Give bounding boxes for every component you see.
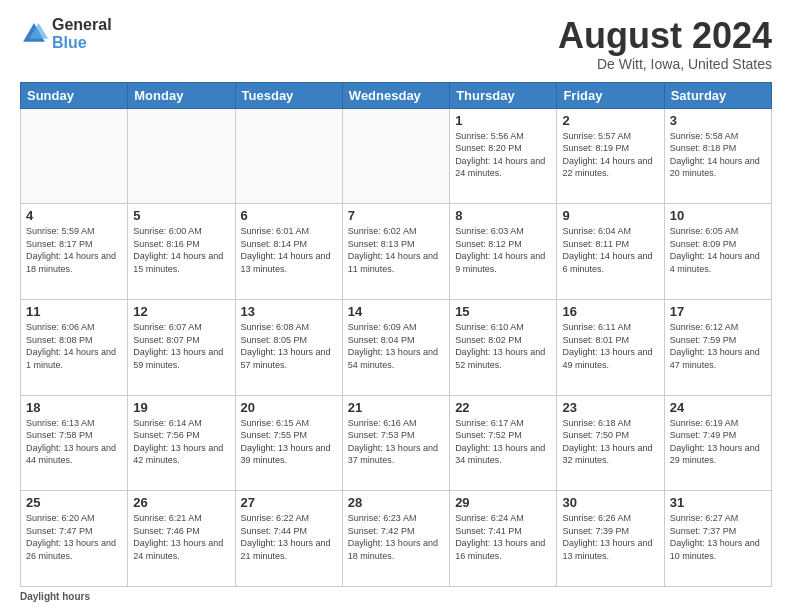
calendar-cell: 14Sunrise: 6:09 AMSunset: 8:04 PMDayligh… (342, 299, 449, 395)
calendar-week-row: 11Sunrise: 6:06 AMSunset: 8:08 PMDayligh… (21, 299, 772, 395)
weekday-header-monday: Monday (128, 82, 235, 108)
day-info: Sunrise: 6:07 AMSunset: 8:07 PMDaylight:… (133, 321, 229, 371)
logo-text: General Blue (52, 16, 112, 51)
day-number: 21 (348, 400, 444, 415)
day-info: Sunrise: 6:26 AMSunset: 7:39 PMDaylight:… (562, 512, 658, 562)
day-number: 29 (455, 495, 551, 510)
day-info: Sunrise: 6:20 AMSunset: 7:47 PMDaylight:… (26, 512, 122, 562)
calendar-week-row: 1Sunrise: 5:56 AMSunset: 8:20 PMDaylight… (21, 108, 772, 204)
day-number: 12 (133, 304, 229, 319)
day-number: 7 (348, 208, 444, 223)
day-number: 28 (348, 495, 444, 510)
day-info: Sunrise: 5:59 AMSunset: 8:17 PMDaylight:… (26, 225, 122, 275)
weekday-header-saturday: Saturday (664, 82, 771, 108)
day-info: Sunrise: 6:08 AMSunset: 8:05 PMDaylight:… (241, 321, 337, 371)
weekday-header-sunday: Sunday (21, 82, 128, 108)
calendar-cell: 12Sunrise: 6:07 AMSunset: 8:07 PMDayligh… (128, 299, 235, 395)
page-subtitle: De Witt, Iowa, United States (558, 56, 772, 72)
day-info: Sunrise: 6:11 AMSunset: 8:01 PMDaylight:… (562, 321, 658, 371)
calendar-cell: 16Sunrise: 6:11 AMSunset: 8:01 PMDayligh… (557, 299, 664, 395)
calendar-header-row: SundayMondayTuesdayWednesdayThursdayFrid… (21, 82, 772, 108)
calendar-cell: 19Sunrise: 6:14 AMSunset: 7:56 PMDayligh… (128, 395, 235, 491)
calendar-cell: 2Sunrise: 5:57 AMSunset: 8:19 PMDaylight… (557, 108, 664, 204)
weekday-header-tuesday: Tuesday (235, 82, 342, 108)
daylight-label: Daylight hours (20, 591, 90, 602)
day-number: 23 (562, 400, 658, 415)
day-number: 26 (133, 495, 229, 510)
calendar-cell: 8Sunrise: 6:03 AMSunset: 8:12 PMDaylight… (450, 204, 557, 300)
day-number: 31 (670, 495, 766, 510)
day-number: 13 (241, 304, 337, 319)
day-number: 27 (241, 495, 337, 510)
day-info: Sunrise: 5:56 AMSunset: 8:20 PMDaylight:… (455, 130, 551, 180)
day-number: 16 (562, 304, 658, 319)
weekday-header-wednesday: Wednesday (342, 82, 449, 108)
day-number: 25 (26, 495, 122, 510)
calendar-week-row: 25Sunrise: 6:20 AMSunset: 7:47 PMDayligh… (21, 491, 772, 587)
calendar-cell: 11Sunrise: 6:06 AMSunset: 8:08 PMDayligh… (21, 299, 128, 395)
calendar-cell: 5Sunrise: 6:00 AMSunset: 8:16 PMDaylight… (128, 204, 235, 300)
calendar-cell: 30Sunrise: 6:26 AMSunset: 7:39 PMDayligh… (557, 491, 664, 587)
calendar-cell: 22Sunrise: 6:17 AMSunset: 7:52 PMDayligh… (450, 395, 557, 491)
day-info: Sunrise: 6:18 AMSunset: 7:50 PMDaylight:… (562, 417, 658, 467)
day-info: Sunrise: 6:21 AMSunset: 7:46 PMDaylight:… (133, 512, 229, 562)
day-info: Sunrise: 6:03 AMSunset: 8:12 PMDaylight:… (455, 225, 551, 275)
day-number: 9 (562, 208, 658, 223)
day-info: Sunrise: 6:23 AMSunset: 7:42 PMDaylight:… (348, 512, 444, 562)
calendar-cell: 28Sunrise: 6:23 AMSunset: 7:42 PMDayligh… (342, 491, 449, 587)
day-number: 18 (26, 400, 122, 415)
logo-general-label: General (52, 16, 112, 34)
day-number: 10 (670, 208, 766, 223)
weekday-header-thursday: Thursday (450, 82, 557, 108)
calendar-cell: 4Sunrise: 5:59 AMSunset: 8:17 PMDaylight… (21, 204, 128, 300)
page: General Blue August 2024 De Witt, Iowa, … (0, 0, 792, 612)
calendar-cell: 26Sunrise: 6:21 AMSunset: 7:46 PMDayligh… (128, 491, 235, 587)
calendar-cell: 6Sunrise: 6:01 AMSunset: 8:14 PMDaylight… (235, 204, 342, 300)
logo-blue-label: Blue (52, 34, 112, 52)
day-number: 24 (670, 400, 766, 415)
logo: General Blue (20, 16, 112, 51)
footer-note: Daylight hours (20, 591, 772, 602)
calendar-cell: 15Sunrise: 6:10 AMSunset: 8:02 PMDayligh… (450, 299, 557, 395)
calendar-cell: 1Sunrise: 5:56 AMSunset: 8:20 PMDaylight… (450, 108, 557, 204)
calendar-week-row: 4Sunrise: 5:59 AMSunset: 8:17 PMDaylight… (21, 204, 772, 300)
calendar-cell: 18Sunrise: 6:13 AMSunset: 7:58 PMDayligh… (21, 395, 128, 491)
day-number: 20 (241, 400, 337, 415)
day-info: Sunrise: 6:04 AMSunset: 8:11 PMDaylight:… (562, 225, 658, 275)
day-number: 2 (562, 113, 658, 128)
calendar-cell (342, 108, 449, 204)
calendar-cell: 24Sunrise: 6:19 AMSunset: 7:49 PMDayligh… (664, 395, 771, 491)
calendar-cell (235, 108, 342, 204)
day-info: Sunrise: 6:17 AMSunset: 7:52 PMDaylight:… (455, 417, 551, 467)
calendar-cell: 27Sunrise: 6:22 AMSunset: 7:44 PMDayligh… (235, 491, 342, 587)
day-info: Sunrise: 6:13 AMSunset: 7:58 PMDaylight:… (26, 417, 122, 467)
day-info: Sunrise: 6:14 AMSunset: 7:56 PMDaylight:… (133, 417, 229, 467)
logo-icon (20, 20, 48, 48)
calendar-cell: 7Sunrise: 6:02 AMSunset: 8:13 PMDaylight… (342, 204, 449, 300)
day-info: Sunrise: 6:27 AMSunset: 7:37 PMDaylight:… (670, 512, 766, 562)
day-info: Sunrise: 6:01 AMSunset: 8:14 PMDaylight:… (241, 225, 337, 275)
day-number: 17 (670, 304, 766, 319)
weekday-header-friday: Friday (557, 82, 664, 108)
day-info: Sunrise: 6:19 AMSunset: 7:49 PMDaylight:… (670, 417, 766, 467)
day-info: Sunrise: 6:16 AMSunset: 7:53 PMDaylight:… (348, 417, 444, 467)
day-info: Sunrise: 6:00 AMSunset: 8:16 PMDaylight:… (133, 225, 229, 275)
calendar-cell: 31Sunrise: 6:27 AMSunset: 7:37 PMDayligh… (664, 491, 771, 587)
day-number: 8 (455, 208, 551, 223)
day-info: Sunrise: 6:05 AMSunset: 8:09 PMDaylight:… (670, 225, 766, 275)
day-info: Sunrise: 5:58 AMSunset: 8:18 PMDaylight:… (670, 130, 766, 180)
calendar-cell (21, 108, 128, 204)
day-info: Sunrise: 6:09 AMSunset: 8:04 PMDaylight:… (348, 321, 444, 371)
calendar-cell: 20Sunrise: 6:15 AMSunset: 7:55 PMDayligh… (235, 395, 342, 491)
day-number: 6 (241, 208, 337, 223)
calendar-cell: 17Sunrise: 6:12 AMSunset: 7:59 PMDayligh… (664, 299, 771, 395)
day-number: 5 (133, 208, 229, 223)
header: General Blue August 2024 De Witt, Iowa, … (20, 16, 772, 72)
calendar-cell: 21Sunrise: 6:16 AMSunset: 7:53 PMDayligh… (342, 395, 449, 491)
day-number: 14 (348, 304, 444, 319)
day-info: Sunrise: 6:06 AMSunset: 8:08 PMDaylight:… (26, 321, 122, 371)
calendar-table: SundayMondayTuesdayWednesdayThursdayFrid… (20, 82, 772, 587)
calendar-cell: 10Sunrise: 6:05 AMSunset: 8:09 PMDayligh… (664, 204, 771, 300)
day-number: 11 (26, 304, 122, 319)
title-block: August 2024 De Witt, Iowa, United States (558, 16, 772, 72)
